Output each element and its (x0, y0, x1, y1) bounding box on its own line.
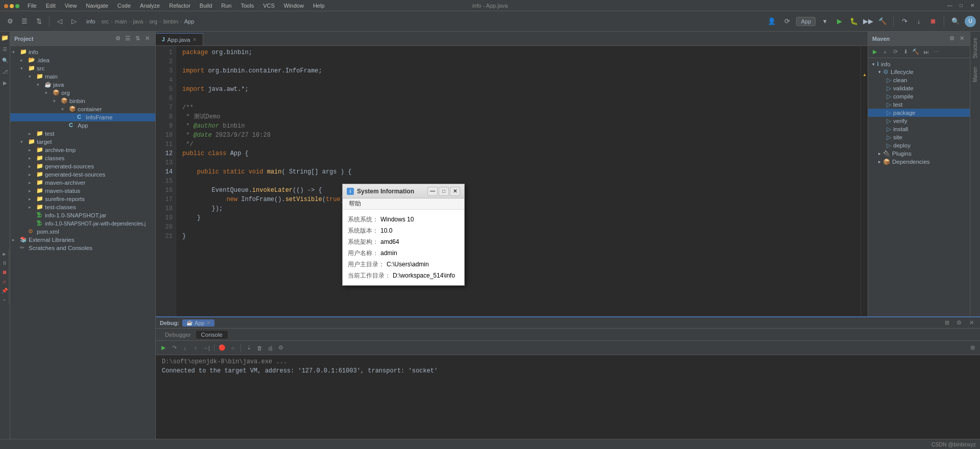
structure-tab[interactable]: Structure (971, 36, 979, 61)
maven-item-package[interactable]: ▷ package (868, 109, 970, 117)
menu-refactor[interactable]: Refactor (166, 2, 194, 10)
tree-generated-sources[interactable]: ▸ 📁 generated-sources (10, 162, 155, 170)
maven-item-deploy[interactable]: ▷ deploy (868, 141, 970, 149)
profile-btn[interactable]: 👤 (766, 15, 778, 28)
tree-test-classes[interactable]: ▸ 📁 test-classes (10, 203, 155, 211)
build-btn[interactable]: 🔨 (877, 16, 888, 27)
debug-close-pane[interactable]: ✕ (967, 318, 976, 328)
maven-edge-tab[interactable]: Maven (971, 65, 979, 84)
tree-jar2[interactable]: 🗜 info-1.0-SNAPSHOT-jar-with-dependencie… (10, 219, 155, 228)
step-out-btn[interactable]: ↑ (191, 343, 200, 353)
run-debug-icon[interactable]: ▶ (1, 79, 9, 87)
tree-jar1[interactable]: 🗜 info-1.0-SNAPSHOT.jar (10, 211, 155, 219)
dialog-minimize-btn[interactable]: — (427, 187, 438, 196)
tab-debugger[interactable]: Debugger (160, 331, 196, 339)
tree-idea[interactable]: ▸ 📂 .idea (10, 56, 155, 64)
menu-run[interactable]: Run (218, 2, 234, 10)
forward-btn[interactable]: ▷ (68, 15, 80, 28)
menu-window[interactable]: Window (281, 2, 307, 10)
minimize-button[interactable]: — (946, 2, 953, 9)
tree-classes[interactable]: ▸ 📁 classes (10, 154, 155, 162)
settings-console-btn[interactable]: ⚙ (276, 343, 285, 353)
scroll-to-end-btn[interactable]: ⇣ (244, 343, 253, 353)
breadcrumb-main[interactable]: main (115, 18, 127, 24)
tree-surefire[interactable]: ▸ 📁 surefire-reports (10, 195, 155, 203)
filter-btn[interactable]: ☰ (124, 35, 132, 43)
tree-org[interactable]: ▾ 📦 org (10, 89, 155, 97)
menu-vcs[interactable]: VCS (260, 2, 278, 10)
maven-more-btn[interactable]: ⋯ (931, 47, 941, 57)
find-icon[interactable]: 🔍 (1, 56, 9, 64)
tree-external-libs[interactable]: ▸ 📚 External Libraries (10, 236, 155, 244)
menu-tools[interactable]: Tools (237, 2, 257, 10)
maven-item-validate[interactable]: ▷ validate (868, 84, 970, 92)
stop-button[interactable]: ⏹ (927, 16, 939, 27)
tree-archive-tmp[interactable]: ▸ 📁 archive-tmp (10, 146, 155, 154)
run-coverage-btn[interactable]: ▶▶ (863, 16, 874, 27)
maven-item-clean[interactable]: ▷ clean (868, 76, 970, 84)
run-to-cursor-btn[interactable]: →| (202, 343, 211, 353)
menu-navigate[interactable]: Navigate (83, 2, 111, 10)
maven-refresh-btn[interactable]: ⟳ (891, 47, 900, 57)
search-btn[interactable]: 🔍 (949, 15, 962, 28)
breadcrumb-java[interactable]: java (133, 18, 143, 24)
maven-item-verify[interactable]: ▷ verify (868, 117, 970, 125)
maven-item-compile[interactable]: ▷ compile (868, 92, 970, 101)
tree-container[interactable]: ▾ 📦 container (10, 105, 155, 113)
maven-download-btn[interactable]: ⬇ (901, 47, 910, 57)
step-into-btn[interactable]: ↓ (913, 16, 924, 27)
settings-btn[interactable]: ⚙ (4, 15, 16, 28)
menu-code[interactable]: Code (114, 2, 134, 10)
maven-tool-btn[interactable]: 🔨 (911, 47, 920, 57)
debug-expand-btn[interactable]: ⊞ (942, 318, 951, 328)
run-button[interactable]: ▶ (834, 16, 845, 27)
menu-file[interactable]: File (25, 2, 40, 10)
tree-pom[interactable]: ⚙ pom.xml (10, 228, 155, 236)
breadcrumb-binbin[interactable]: binbin (163, 18, 178, 24)
sort-panel-btn[interactable]: ⇅ (133, 35, 141, 43)
view-breakpoints-btn[interactable]: 🔴 (218, 343, 227, 353)
print-btn[interactable]: 🖨 (266, 343, 275, 353)
dialog-menu-help[interactable]: 帮助 (346, 199, 364, 209)
menu-edit[interactable]: Edit (43, 2, 59, 10)
run-config-selector[interactable]: App (796, 17, 816, 26)
mute-breakpoints-btn[interactable]: ○ (228, 343, 237, 353)
maven-item-info[interactable]: ▾ ℹ info (868, 60, 970, 68)
breadcrumb-src[interactable]: src (101, 18, 109, 24)
breadcrumb-org[interactable]: org (149, 18, 157, 24)
tree-scratches[interactable]: ✏ Scratches and Consoles (10, 244, 155, 252)
menu-build[interactable]: Build (197, 2, 215, 10)
run-config-dropdown[interactable]: ▾ (819, 15, 831, 28)
breadcrumb-app[interactable]: App (184, 18, 195, 24)
maven-item-plugins[interactable]: ▸ 🔌 Plugins (868, 149, 970, 158)
tree-maven-archiver[interactable]: ▸ 📁 maven-archiver (10, 179, 155, 187)
maven-item-lifecycle[interactable]: ▾ ⚙ Lifecycle (868, 68, 970, 76)
tree-binbin[interactable]: ▾ 📦 binbin (10, 97, 155, 105)
tab-console[interactable]: Console (196, 331, 228, 339)
sort-btn[interactable]: ⇅ (33, 15, 45, 28)
maven-item-install[interactable]: ▷ install (868, 125, 970, 133)
tab-close-btn[interactable]: ✕ (193, 37, 197, 42)
maven-settings-btn[interactable]: ⚙ (948, 35, 956, 43)
menu-help[interactable]: Help (310, 2, 328, 10)
maven-add-btn[interactable]: + (880, 47, 890, 57)
maximize-button[interactable]: □ (958, 2, 965, 9)
menu-view[interactable]: View (62, 2, 80, 10)
restore-layout-btn[interactable]: ⊞ (968, 343, 977, 353)
close-panel-btn[interactable]: ✕ (143, 35, 151, 43)
maven-close-btn[interactable]: ✕ (958, 35, 966, 43)
clear-console-btn[interactable]: 🗑 (255, 343, 264, 353)
debug-settings-btn[interactable]: ⚙ (954, 318, 964, 328)
tree-src[interactable]: ▾ 📁 src (10, 64, 155, 72)
user-icon[interactable]: U (965, 16, 976, 27)
close-button[interactable]: ✕ (969, 2, 976, 9)
step-over-debug-btn[interactable]: ↷ (170, 343, 179, 353)
dialog-maximize-btn[interactable]: □ (439, 187, 449, 196)
maven-skip-btn[interactable]: ⏭ (921, 47, 930, 57)
tree-java[interactable]: ▾ ☕ java (10, 81, 155, 89)
tree-infoframe[interactable]: C InfoFrame (10, 113, 155, 121)
dialog-close-btn[interactable]: ✕ (450, 187, 460, 196)
tree-info[interactable]: ▾ 📁 info (10, 48, 155, 56)
debug-button[interactable]: 🐛 (848, 16, 859, 27)
warning-indicator[interactable]: ▲ (863, 72, 867, 77)
